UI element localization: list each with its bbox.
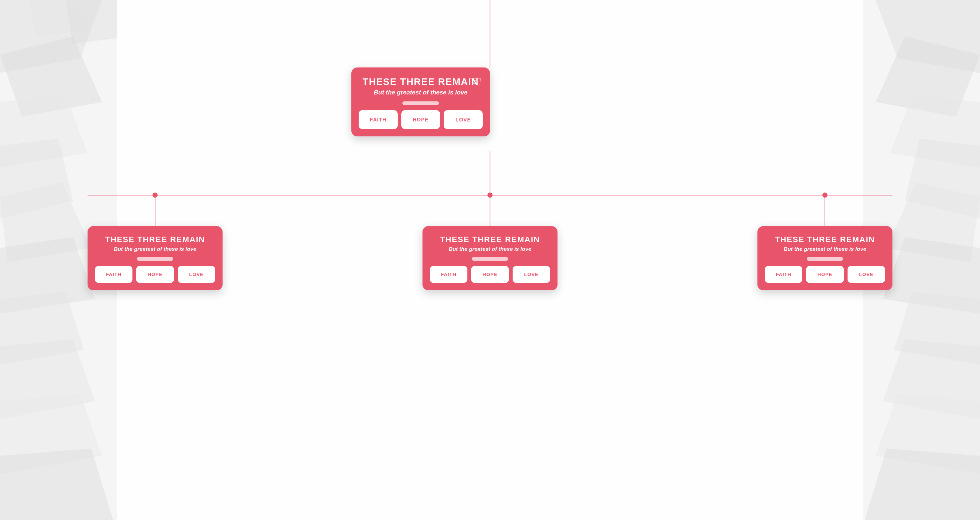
main-content: ☜ THESE THREE REMAIN But the greatest of… bbox=[0, 0, 980, 520]
svg-point-29 bbox=[153, 193, 158, 198]
right-child-subtitle: But the greatest of these is love bbox=[784, 246, 867, 252]
right-child-title: THESE THREE REMAIN bbox=[775, 235, 875, 244]
left-child-card: THESE THREE REMAIN But the greatest of t… bbox=[88, 226, 223, 290]
root-faith-button[interactable]: FAITH bbox=[359, 110, 398, 129]
left-child-subtitle: But the greatest of these is love bbox=[114, 246, 197, 252]
center-hope-button[interactable]: HOPE bbox=[471, 266, 509, 283]
center-child-title: THESE THREE REMAIN bbox=[440, 235, 540, 244]
root-hope-button[interactable]: HOPE bbox=[401, 110, 441, 129]
left-child-bar bbox=[137, 257, 173, 261]
left-love-button[interactable]: LOVE bbox=[178, 266, 215, 283]
right-faith-button[interactable]: FAITH bbox=[765, 266, 802, 283]
right-hope-button[interactable]: HOPE bbox=[806, 266, 843, 283]
root-love-button[interactable]: LOVE bbox=[444, 110, 483, 129]
hand-icon: ☜ bbox=[468, 74, 482, 89]
svg-point-30 bbox=[487, 193, 493, 198]
left-child-buttons: FAITH HOPE LOVE bbox=[95, 266, 215, 283]
root-card: ☜ THESE THREE REMAIN But the greatest of… bbox=[352, 67, 490, 136]
right-love-button[interactable]: LOVE bbox=[848, 266, 885, 283]
right-child-card: THESE THREE REMAIN But the greatest of t… bbox=[757, 226, 892, 290]
root-card-subtitle: But the greatest of these is love bbox=[374, 89, 468, 96]
center-child-subtitle: But the greatest of these is love bbox=[449, 246, 531, 252]
right-child-buttons: FAITH HOPE LOVE bbox=[765, 266, 885, 283]
center-child-card: THESE THREE REMAIN But the greatest of t… bbox=[423, 226, 557, 290]
left-hope-button[interactable]: HOPE bbox=[136, 266, 174, 283]
left-child-title: THESE THREE REMAIN bbox=[105, 235, 205, 244]
left-faith-button[interactable]: FAITH bbox=[95, 266, 132, 283]
center-love-button[interactable]: LOVE bbox=[512, 266, 550, 283]
root-card-bar bbox=[402, 101, 439, 105]
right-child-bar bbox=[807, 257, 843, 261]
center-child-buttons: FAITH HOPE LOVE bbox=[430, 266, 550, 283]
root-card-buttons: FAITH HOPE LOVE bbox=[359, 110, 483, 129]
center-faith-button[interactable]: FAITH bbox=[430, 266, 468, 283]
center-child-bar bbox=[472, 257, 508, 261]
svg-point-31 bbox=[822, 193, 827, 198]
root-card-title: THESE THREE REMAIN bbox=[363, 76, 479, 87]
